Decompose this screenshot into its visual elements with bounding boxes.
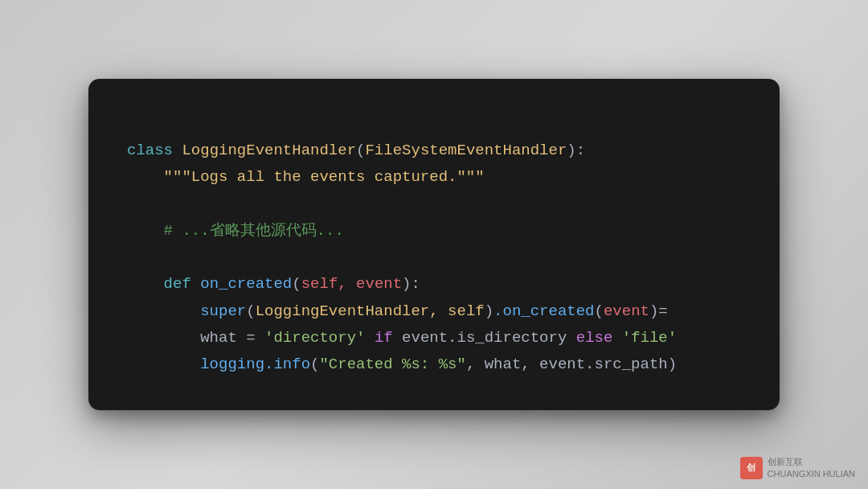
on-created-method: .on_created [493, 302, 594, 320]
paren5: ) [485, 302, 493, 320]
class-keyword: class [127, 142, 173, 159]
def-keyword: def [164, 275, 191, 293]
else-keyword: else [576, 329, 613, 347]
code-block: class LoggingEventHandler(FileSystemEven… [127, 111, 741, 379]
colon1: : [576, 142, 585, 159]
line6: what = 'directory' if event.is_directory… [200, 329, 677, 347]
logging-info: logging.info [200, 355, 310, 373]
paren8: ( [310, 355, 319, 373]
if-keyword: if [375, 329, 393, 347]
paren-close: ) [567, 142, 575, 159]
str-file: 'file' [622, 329, 677, 347]
paren7: ) [649, 302, 658, 320]
line7: logging.info("Created %s: %s", what, eve… [200, 355, 677, 373]
super-args: LoggingEventHandler, self [256, 302, 485, 320]
what-var: what [200, 329, 237, 347]
paren4: ( [246, 302, 255, 320]
colon2: : [411, 275, 420, 293]
parent-class: FileSystemEventHandler [365, 142, 567, 159]
watermark: 创 创新互联 CHUANGXIN HULIAN [740, 456, 855, 479]
comment: # ...省略其他源代码... [164, 222, 344, 240]
fn-name: on_created [200, 275, 292, 293]
str-directory: 'directory' [264, 329, 365, 347]
paren6: ( [595, 302, 604, 320]
event-arg: event [604, 302, 649, 320]
paren9: ) [668, 355, 677, 373]
format-string: "Created %s: %s" [319, 355, 465, 373]
code-card: class LoggingEventHandler(FileSystemEven… [88, 79, 780, 411]
line5: super(LoggingEventHandler, self).on_crea… [200, 302, 668, 320]
log-args: , what, event.src_path [466, 355, 668, 373]
params: self, event [301, 275, 402, 293]
paren3: ) [402, 275, 411, 293]
class-name: LoggingEventHandler [182, 142, 356, 159]
watermark-line2: CHUANGXIN HULIAN [768, 468, 855, 479]
docstring: """Logs all the events captured.""" [164, 168, 485, 186]
is-dir-cond: event.is_directory [402, 329, 567, 347]
watermark-text: 创新互联 CHUANGXIN HULIAN [768, 456, 855, 479]
watermark-line1: 创新互联 [768, 456, 855, 467]
watermark-icon-text: 创 [747, 462, 755, 474]
watermark-icon: 创 [740, 457, 763, 479]
line4: def on_created(self, event): [164, 275, 420, 293]
super-call: super [200, 302, 246, 320]
paren2: ( [292, 275, 301, 293]
line1: class LoggingEventHandler(FileSystemEven… [127, 142, 585, 159]
paren-open: ( [356, 142, 365, 159]
equals1: = [658, 302, 667, 320]
